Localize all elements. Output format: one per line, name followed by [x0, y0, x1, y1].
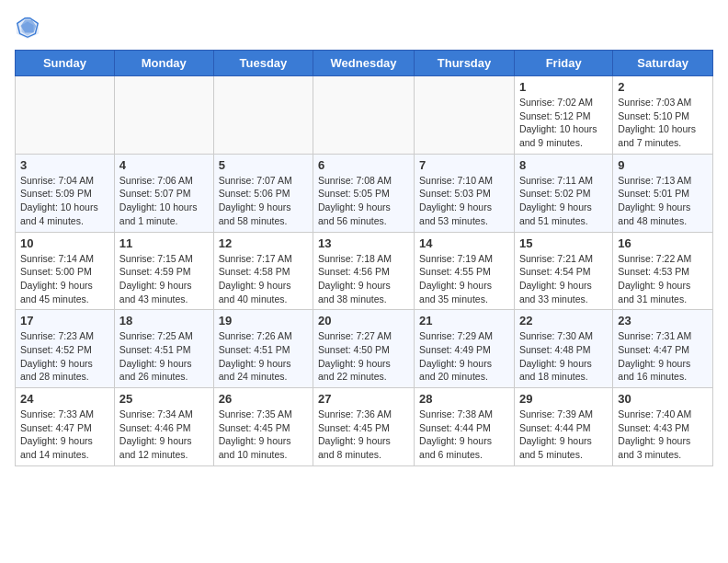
weekday-header: Sunday — [16, 51, 115, 76]
calendar-cell: 28Sunrise: 7:38 AM Sunset: 4:44 PM Dayli… — [415, 388, 515, 466]
calendar-cell: 25Sunrise: 7:34 AM Sunset: 4:46 PM Dayli… — [114, 388, 213, 466]
day-info: Sunrise: 7:17 AM Sunset: 4:58 PM Dayligh… — [219, 252, 308, 306]
page-header — [15, 15, 713, 40]
day-info: Sunrise: 7:33 AM Sunset: 4:47 PM Dayligh… — [20, 408, 109, 462]
calendar-cell: 2Sunrise: 7:03 AM Sunset: 5:10 PM Daylig… — [613, 76, 713, 155]
day-number: 7 — [419, 158, 509, 172]
calendar-cell: 24Sunrise: 7:33 AM Sunset: 4:47 PM Dayli… — [16, 388, 115, 466]
day-info: Sunrise: 7:26 AM Sunset: 4:51 PM Dayligh… — [219, 329, 308, 384]
calendar-cell: 22Sunrise: 7:30 AM Sunset: 4:48 PM Dayli… — [514, 310, 612, 388]
day-info: Sunrise: 7:23 AM Sunset: 4:52 PM Dayligh… — [20, 329, 109, 384]
calendar-cell: 17Sunrise: 7:23 AM Sunset: 4:52 PM Dayli… — [16, 310, 115, 388]
logo-icon — [15, 15, 40, 40]
day-number: 11 — [119, 236, 209, 250]
day-info: Sunrise: 7:34 AM Sunset: 4:46 PM Dayligh… — [119, 408, 209, 462]
calendar-cell: 20Sunrise: 7:27 AM Sunset: 4:50 PM Dayli… — [313, 310, 415, 388]
calendar-cell: 18Sunrise: 7:25 AM Sunset: 4:51 PM Dayli… — [114, 310, 213, 388]
day-info: Sunrise: 7:13 AM Sunset: 5:01 PM Dayligh… — [618, 174, 708, 228]
day-number: 8 — [519, 158, 608, 172]
day-number: 9 — [618, 158, 708, 172]
day-info: Sunrise: 7:10 AM Sunset: 5:03 PM Dayligh… — [419, 174, 509, 228]
day-info: Sunrise: 7:29 AM Sunset: 4:49 PM Dayligh… — [419, 329, 509, 384]
day-number: 24 — [20, 392, 109, 406]
weekday-header: Monday — [114, 51, 213, 76]
weekday-header: Tuesday — [213, 51, 313, 76]
day-number: 20 — [318, 314, 409, 327]
day-info: Sunrise: 7:08 AM Sunset: 5:05 PM Dayligh… — [318, 174, 409, 228]
day-number: 3 — [20, 158, 109, 172]
calendar-cell: 19Sunrise: 7:26 AM Sunset: 4:51 PM Dayli… — [213, 310, 313, 388]
calendar-cell: 23Sunrise: 7:31 AM Sunset: 4:47 PM Dayli… — [613, 310, 713, 388]
day-info: Sunrise: 7:03 AM Sunset: 5:10 PM Dayligh… — [618, 96, 708, 150]
calendar-cell: 11Sunrise: 7:15 AM Sunset: 4:59 PM Dayli… — [114, 232, 213, 310]
weekday-header: Thursday — [415, 51, 515, 76]
day-info: Sunrise: 7:19 AM Sunset: 4:55 PM Dayligh… — [419, 252, 509, 306]
calendar-cell: 1Sunrise: 7:02 AM Sunset: 5:12 PM Daylig… — [514, 76, 612, 155]
weekday-header: Friday — [514, 51, 612, 76]
calendar-cell — [16, 76, 115, 155]
day-info: Sunrise: 7:22 AM Sunset: 4:53 PM Dayligh… — [618, 252, 708, 306]
calendar-cell: 4Sunrise: 7:06 AM Sunset: 5:07 PM Daylig… — [114, 154, 213, 232]
weekday-header: Wednesday — [313, 51, 415, 76]
day-info: Sunrise: 7:11 AM Sunset: 5:02 PM Dayligh… — [519, 174, 608, 228]
day-number: 17 — [20, 314, 109, 327]
day-number: 5 — [219, 158, 308, 172]
day-number: 13 — [318, 236, 409, 250]
calendar-cell: 7Sunrise: 7:10 AM Sunset: 5:03 PM Daylig… — [415, 154, 515, 232]
calendar-cell — [415, 76, 515, 155]
day-info: Sunrise: 7:18 AM Sunset: 4:56 PM Dayligh… — [318, 252, 409, 306]
day-number: 12 — [219, 236, 308, 250]
day-number: 28 — [419, 392, 509, 406]
day-info: Sunrise: 7:25 AM Sunset: 4:51 PM Dayligh… — [119, 329, 209, 384]
day-number: 15 — [519, 236, 608, 250]
day-number: 4 — [119, 158, 209, 172]
weekday-header: Saturday — [613, 51, 713, 76]
day-number: 21 — [419, 314, 509, 327]
day-info: Sunrise: 7:30 AM Sunset: 4:48 PM Dayligh… — [519, 329, 608, 384]
day-number: 14 — [419, 236, 509, 250]
day-info: Sunrise: 7:14 AM Sunset: 5:00 PM Dayligh… — [20, 252, 109, 306]
day-info: Sunrise: 7:36 AM Sunset: 4:45 PM Dayligh… — [318, 408, 409, 462]
day-number: 30 — [618, 392, 708, 406]
calendar-cell — [313, 76, 415, 155]
day-info: Sunrise: 7:02 AM Sunset: 5:12 PM Dayligh… — [519, 96, 608, 150]
calendar-cell: 6Sunrise: 7:08 AM Sunset: 5:05 PM Daylig… — [313, 154, 415, 232]
calendar-cell: 15Sunrise: 7:21 AM Sunset: 4:54 PM Dayli… — [514, 232, 612, 310]
day-number: 10 — [20, 236, 109, 250]
day-info: Sunrise: 7:39 AM Sunset: 4:44 PM Dayligh… — [519, 408, 608, 462]
day-number: 19 — [219, 314, 308, 327]
day-number: 6 — [318, 158, 409, 172]
day-number: 25 — [119, 392, 209, 406]
day-number: 26 — [219, 392, 308, 406]
calendar-cell: 3Sunrise: 7:04 AM Sunset: 5:09 PM Daylig… — [16, 154, 115, 232]
day-info: Sunrise: 7:04 AM Sunset: 5:09 PM Dayligh… — [20, 174, 109, 228]
calendar-cell: 8Sunrise: 7:11 AM Sunset: 5:02 PM Daylig… — [514, 154, 612, 232]
calendar-cell: 27Sunrise: 7:36 AM Sunset: 4:45 PM Dayli… — [313, 388, 415, 466]
day-info: Sunrise: 7:27 AM Sunset: 4:50 PM Dayligh… — [318, 329, 409, 384]
day-number: 16 — [618, 236, 708, 250]
calendar-cell: 21Sunrise: 7:29 AM Sunset: 4:49 PM Dayli… — [415, 310, 515, 388]
calendar-table: SundayMondayTuesdayWednesdayThursdayFrid… — [15, 50, 713, 466]
calendar-cell: 26Sunrise: 7:35 AM Sunset: 4:45 PM Dayli… — [213, 388, 313, 466]
day-info: Sunrise: 7:38 AM Sunset: 4:44 PM Dayligh… — [419, 408, 509, 462]
day-info: Sunrise: 7:35 AM Sunset: 4:45 PM Dayligh… — [219, 408, 308, 462]
logo — [15, 15, 44, 40]
calendar-cell — [213, 76, 313, 155]
calendar-cell: 30Sunrise: 7:40 AM Sunset: 4:43 PM Dayli… — [613, 388, 713, 466]
day-number: 1 — [519, 80, 608, 94]
day-number: 27 — [318, 392, 409, 406]
calendar-cell: 16Sunrise: 7:22 AM Sunset: 4:53 PM Dayli… — [613, 232, 713, 310]
calendar-cell: 14Sunrise: 7:19 AM Sunset: 4:55 PM Dayli… — [415, 232, 515, 310]
day-number: 22 — [519, 314, 608, 327]
day-info: Sunrise: 7:40 AM Sunset: 4:43 PM Dayligh… — [618, 408, 708, 462]
calendar-cell: 13Sunrise: 7:18 AM Sunset: 4:56 PM Dayli… — [313, 232, 415, 310]
calendar-cell — [114, 76, 213, 155]
day-number: 2 — [618, 80, 708, 94]
day-info: Sunrise: 7:07 AM Sunset: 5:06 PM Dayligh… — [219, 174, 308, 228]
day-info: Sunrise: 7:15 AM Sunset: 4:59 PM Dayligh… — [119, 252, 209, 306]
day-info: Sunrise: 7:31 AM Sunset: 4:47 PM Dayligh… — [618, 329, 708, 384]
day-info: Sunrise: 7:21 AM Sunset: 4:54 PM Dayligh… — [519, 252, 608, 306]
calendar-cell: 5Sunrise: 7:07 AM Sunset: 5:06 PM Daylig… — [213, 154, 313, 232]
day-info: Sunrise: 7:06 AM Sunset: 5:07 PM Dayligh… — [119, 174, 209, 228]
calendar-cell: 12Sunrise: 7:17 AM Sunset: 4:58 PM Dayli… — [213, 232, 313, 310]
